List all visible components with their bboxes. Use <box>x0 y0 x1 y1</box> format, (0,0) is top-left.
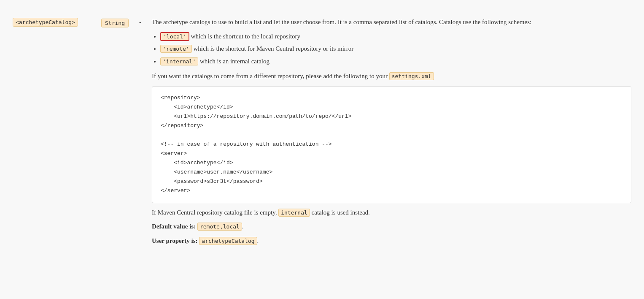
list-item: 'remote' which is the shortcut for Maven… <box>160 43 631 54</box>
type-badge: String <box>101 19 129 27</box>
remote-text: which is the shortcut for Maven Central … <box>192 45 354 52</box>
page-container: <archetypeCatalog> String - The archetyp… <box>0 8 644 258</box>
user-property-line: User property is: archetypeCatalog. <box>152 236 631 247</box>
internal-inline-code: internal <box>278 209 310 217</box>
user-property-code: archetypeCatalog <box>199 237 257 245</box>
dash-label: - <box>139 19 141 25</box>
footer-note: If Maven Central repository catalog file… <box>152 207 631 218</box>
settings-note: If you want the catalogs to come from a … <box>152 71 631 82</box>
internal-text: which is an internal catalog <box>198 58 269 65</box>
internal-code: 'internal' <box>160 57 198 65</box>
parameter-tag: <archetypeCatalog> <box>13 18 78 27</box>
default-code: remote,local <box>197 223 242 231</box>
default-label: Default value is: <box>152 223 197 230</box>
footer-note-before: If Maven Central repository catalog file… <box>152 209 278 216</box>
code-block: <repository> <id>archetype</id> <url>htt… <box>152 86 631 203</box>
footer-note-after: catalog is used instead. <box>310 209 370 216</box>
default-value-line: Default value is: remote,local. <box>152 221 631 232</box>
parameter-row: <archetypeCatalog> String - The archetyp… <box>13 13 631 254</box>
settings-note-before: If you want the catalogs to come from a … <box>152 73 389 79</box>
user-property-end: . <box>257 237 259 244</box>
list-item: 'internal' which is an internal catalog <box>160 56 631 67</box>
settings-xml-code: settings.xml <box>389 72 434 80</box>
user-property-label: User property is: <box>152 237 199 244</box>
bullet-list: 'local' which is the shortcut to the loc… <box>152 31 631 67</box>
remote-code: 'remote' <box>160 45 192 53</box>
type-cell: String <box>101 17 135 27</box>
description-intro: The archetype catalogs to use to build a… <box>152 17 631 28</box>
local-text: which is the shortcut to the local repos… <box>189 33 300 40</box>
default-end: . <box>242 223 244 230</box>
dash-cell: - <box>139 17 148 26</box>
list-item: 'local' which is the shortcut to the loc… <box>160 31 631 42</box>
local-code: 'local' <box>160 32 189 41</box>
content-cell: The archetype catalogs to use to build a… <box>152 17 631 250</box>
tag-cell: <archetypeCatalog> <box>13 17 97 27</box>
